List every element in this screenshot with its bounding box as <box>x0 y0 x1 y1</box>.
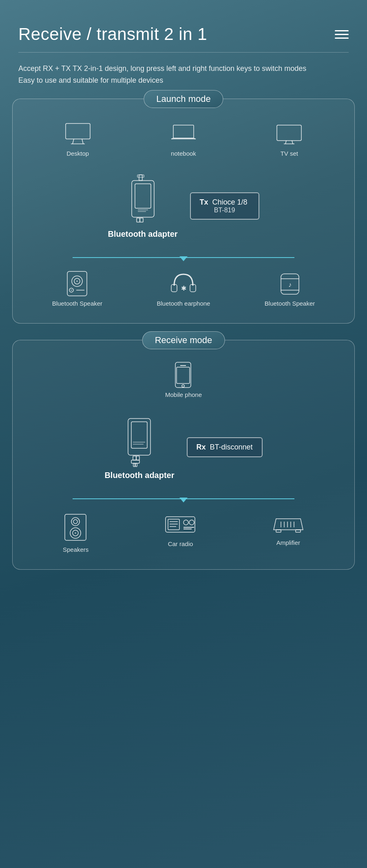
speakers-label: Speakers <box>63 546 88 553</box>
launch-center-row: Bluetooth adapter Tx Chioce 1/8 BT-819 <box>25 165 342 247</box>
launch-top-devices: Desktop notebook TV set <box>25 99 342 165</box>
device-bt-speaker1: Bluetooth Speaker <box>52 271 102 307</box>
receive-mode-section: Receive mode Mobile phone <box>12 340 355 570</box>
receive-info-box: Rx BT-disconnet <box>187 437 263 457</box>
svg-point-22 <box>71 289 72 291</box>
svg-rect-13 <box>137 218 140 222</box>
receive-top-devices: Mobile phone <box>25 340 342 406</box>
device-tv: TV set <box>274 121 305 157</box>
svg-rect-9 <box>139 175 142 181</box>
bt-speaker2-label: Bluetooth Speaker <box>265 300 315 307</box>
launch-mode-label: Launch mode <box>144 90 223 108</box>
device-carradio: Car radio <box>164 513 197 553</box>
svg-text:✱: ✱ <box>181 285 186 292</box>
svg-rect-41 <box>135 463 137 467</box>
launch-adapter-label: Bluetooth adapter <box>108 229 177 239</box>
receive-info-row1: Rx BT-disconnet <box>197 443 253 452</box>
menu-button[interactable] <box>335 30 349 39</box>
receive-adapter-icon <box>123 414 156 467</box>
device-bt-speaker2: ♪ Bluetooth Speaker <box>265 271 315 307</box>
svg-line-7 <box>292 141 293 144</box>
receive-connector <box>25 490 342 507</box>
receive-mode-tag: Rx <box>197 443 206 452</box>
menu-line3 <box>335 37 349 39</box>
launch-adapter-icon <box>126 173 159 226</box>
launch-bottom-devices: Bluetooth Speaker ✱ Bluetooth earphone <box>25 267 342 307</box>
launch-mode-section: Launch mode Desktop note <box>12 99 355 324</box>
device-desktop: Desktop <box>62 121 93 157</box>
svg-rect-33 <box>177 367 190 383</box>
earphone-icon: ✱ <box>168 271 199 296</box>
svg-rect-10 <box>137 175 144 177</box>
svg-line-1 <box>73 139 74 144</box>
description-line2: Easy to use and suitable for multiple de… <box>18 75 349 86</box>
tv-label: TV set <box>281 150 298 157</box>
svg-point-52 <box>184 520 188 525</box>
device-speakers: Speakers <box>62 513 89 553</box>
desktop-label: Desktop <box>66 150 89 157</box>
svg-rect-12 <box>135 184 151 208</box>
svg-point-20 <box>76 280 78 282</box>
speakers-icon <box>62 513 89 542</box>
bt-speaker1-label: Bluetooth Speaker <box>52 300 102 307</box>
phone-label: Mobile phone <box>165 391 202 398</box>
svg-point-46 <box>73 520 77 524</box>
tv-icon <box>274 121 305 146</box>
bt-earphone-label: Bluetooth earphone <box>157 300 210 307</box>
svg-rect-0 <box>66 123 90 139</box>
page-title: Receive / transmit 2 in 1 <box>18 24 207 44</box>
svg-text:♪: ♪ <box>288 281 292 288</box>
carradio-icon <box>164 513 197 536</box>
svg-rect-38 <box>136 456 139 460</box>
device-amplifier: Amplifier <box>272 513 305 553</box>
svg-rect-51 <box>168 519 179 530</box>
notebook-label: notebook <box>171 150 196 157</box>
svg-line-2 <box>82 139 83 144</box>
amplifier-label: Amplifier <box>276 539 300 546</box>
launch-connector <box>25 249 342 265</box>
menu-line2 <box>335 34 349 35</box>
description-line1: Accept RX + TX TX 2-in-1 design, long pr… <box>18 63 349 75</box>
svg-line-6 <box>285 141 286 144</box>
launch-info-box: Tx Chioce 1/8 BT-819 <box>190 192 259 220</box>
device-notebook: notebook <box>168 121 199 157</box>
launch-adapter-wrap: Bluetooth adapter <box>108 173 177 239</box>
svg-point-49 <box>75 532 76 534</box>
header-divider <box>18 52 349 53</box>
svg-rect-40 <box>133 463 135 467</box>
receive-info-line1: BT-disconnet <box>210 443 253 452</box>
receive-center-row: Bluetooth adapter Rx BT-disconnet <box>25 406 342 488</box>
phone-icon <box>168 363 199 387</box>
svg-rect-37 <box>133 456 136 460</box>
svg-rect-4 <box>173 125 194 138</box>
svg-rect-44 <box>65 514 86 540</box>
svg-point-34 <box>182 385 184 387</box>
launch-info-row2: BT-819 <box>200 207 250 214</box>
device-bt-earphone: ✱ Bluetooth earphone <box>157 271 210 307</box>
receive-adapter-label: Bluetooth adapter <box>104 471 174 480</box>
receive-bottom-devices: Speakers Car r <box>25 509 342 553</box>
speaker-cylinder-icon: ♪ <box>274 271 305 296</box>
svg-rect-39 <box>131 460 139 463</box>
svg-rect-60 <box>296 530 301 532</box>
carradio-label: Car radio <box>168 540 193 547</box>
launch-info-line1: Chioce 1/8 <box>212 198 248 207</box>
svg-rect-5 <box>277 125 301 141</box>
amplifier-icon <box>272 513 305 535</box>
speaker-box-icon <box>62 271 93 296</box>
launch-info-row1: Tx Chioce 1/8 <box>200 198 250 207</box>
svg-rect-14 <box>140 218 143 222</box>
svg-point-45 <box>71 518 80 526</box>
receive-mode-label: Receive mode <box>142 331 225 349</box>
menu-line1 <box>335 30 349 31</box>
svg-point-53 <box>189 520 194 525</box>
launch-mode-tag: Tx <box>200 198 208 207</box>
device-phone: Mobile phone <box>165 363 202 398</box>
receive-adapter-wrap: Bluetooth adapter <box>104 414 174 480</box>
desktop-icon <box>62 121 93 146</box>
svg-rect-59 <box>276 530 281 532</box>
header: Receive / transmit 2 in 1 <box>0 0 367 52</box>
notebook-icon <box>168 121 199 146</box>
